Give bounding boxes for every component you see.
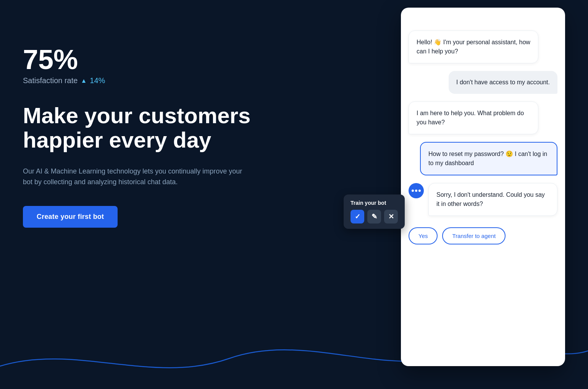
trend-arrow-icon: ▲ [81, 77, 87, 84]
bot-message-3: Sorry, I don't understand. Could you say… [428, 183, 557, 216]
train-edit-button[interactable]: ✎ [367, 210, 381, 223]
dot-3 [418, 190, 421, 192]
chat-panel: Hello! 👋 I'm your personal assistant, ho… [401, 8, 565, 366]
user-message-2-highlight: How to reset my password? 😟 I can't log … [420, 142, 557, 175]
user-message-2-wrapper: How to reset my password? 😟 I can't log … [409, 142, 557, 175]
satisfaction-label: Satisfaction rate [23, 76, 78, 85]
yes-button[interactable]: Yes [409, 227, 438, 244]
user-message-1: I don't have access to my account. [449, 71, 557, 94]
transfer-agent-button[interactable]: Transfer to agent [442, 227, 506, 244]
left-panel: 75% Satisfaction rate ▲ 14% Make your cu… [0, 0, 275, 389]
headline-line1: Make your customers [23, 103, 250, 128]
bot-avatar [409, 183, 424, 198]
dot-2 [415, 190, 417, 192]
main-headline: Make your customers happier every day [23, 103, 252, 152]
description-text: Our AI & Machine Learning technology let… [23, 166, 244, 188]
action-buttons-row: Yes Transfer to agent [409, 223, 557, 244]
train-panel-title: Train your bot [351, 200, 398, 206]
stat-percentage: 75% [23, 46, 252, 73]
train-x-button[interactable]: ✕ [384, 210, 398, 223]
bot-message-2: I am here to help you. What problem do y… [409, 101, 538, 134]
headline-line2: happier every day [23, 127, 211, 152]
bot-avatar-dots [412, 190, 421, 192]
dot-1 [412, 190, 414, 192]
user-message-1-wrapper: I don't have access to my account. [409, 71, 557, 94]
satisfaction-row: Satisfaction rate ▲ 14% [23, 76, 252, 85]
train-buttons-row: ✓ ✎ ✕ [351, 210, 398, 223]
bot-message-1: Hello! 👋 I'm your personal assistant, ho… [409, 31, 538, 63]
create-bot-button[interactable]: Create your first bot [23, 206, 118, 228]
bot-message-3-row: Sorry, I don't understand. Could you say… [409, 183, 557, 216]
trend-value: 14% [90, 76, 105, 85]
train-panel: Train your bot ✓ ✎ ✕ [344, 194, 405, 229]
train-check-button[interactable]: ✓ [351, 210, 364, 223]
